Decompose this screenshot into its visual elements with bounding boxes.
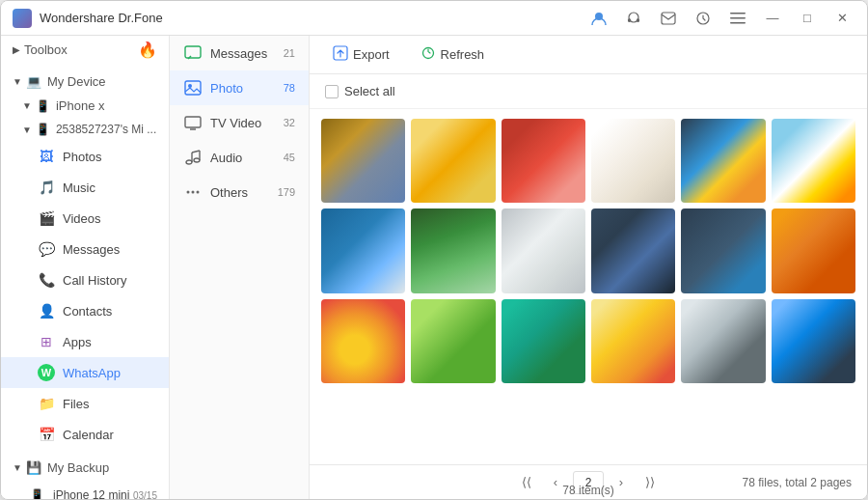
svg-rect-2 bbox=[628, 18, 631, 22]
sidebar-item-videos[interactable]: 🎬 Videos bbox=[1, 203, 169, 234]
photo-item-9[interactable] bbox=[502, 208, 585, 292]
photo-item-1[interactable] bbox=[321, 119, 405, 203]
photo-item-11[interactable] bbox=[681, 208, 765, 292]
sidebar-item-apps[interactable]: ⊞ Apps bbox=[1, 326, 169, 357]
panel-others-label: Others bbox=[210, 185, 274, 200]
sidebar-my-device[interactable]: ▼ 💻 My Device bbox=[1, 69, 169, 94]
sidebar-mi-device[interactable]: ▼ 📱 2538527237's Mi ... bbox=[1, 118, 169, 141]
content-toolbar: Export Refresh bbox=[310, 36, 867, 74]
messages-label: Messages bbox=[63, 242, 157, 257]
mail-icon[interactable] bbox=[655, 5, 682, 32]
mi-arrow: ▼ bbox=[22, 125, 32, 135]
export-label: Export bbox=[353, 47, 390, 62]
panel-photo-count: 78 bbox=[284, 82, 295, 94]
photo-item-10[interactable] bbox=[591, 208, 675, 292]
panel-audio-icon bbox=[183, 148, 203, 167]
iphone12mini-icon: 📱 bbox=[28, 486, 45, 499]
content-footer: ⟨⟨ ‹ 2 › ⟩⟩ 78 files, total 2 pages 78 i… bbox=[310, 464, 867, 499]
minimize-button[interactable]: — bbox=[759, 5, 786, 32]
photo-grid bbox=[310, 109, 867, 464]
photo-item-15[interactable] bbox=[502, 299, 585, 383]
menu-icon[interactable] bbox=[724, 5, 751, 32]
export-button[interactable]: Export bbox=[325, 42, 397, 68]
refresh-label: Refresh bbox=[441, 47, 485, 62]
sidebar-item-messages[interactable]: 💬 Messages bbox=[1, 234, 169, 264]
history-icon[interactable] bbox=[690, 5, 717, 32]
iphone12mini-date: 03/15 bbox=[133, 490, 157, 500]
backup-icon: 💾 bbox=[26, 460, 41, 475]
whatsapp-label: WhatsApp bbox=[63, 366, 157, 380]
contacts-icon: 👤 bbox=[38, 302, 55, 319]
svg-point-20 bbox=[192, 191, 195, 194]
sidebar-item-music[interactable]: 🎵 Music bbox=[1, 172, 169, 203]
calendar-label: Calendar bbox=[63, 428, 157, 442]
panel-photo-label: Photo bbox=[210, 81, 280, 96]
svg-point-15 bbox=[194, 158, 200, 162]
total-files-info: 78 files, total 2 pages bbox=[743, 476, 852, 489]
media-panel: Messages 21 Photo 78 TV Video 32 bbox=[170, 36, 310, 499]
photo-item-5[interactable] bbox=[681, 119, 765, 203]
export-icon bbox=[333, 45, 348, 64]
svg-rect-7 bbox=[730, 17, 746, 19]
photo-item-7[interactable] bbox=[321, 208, 405, 292]
svg-rect-10 bbox=[185, 81, 201, 95]
sidebar-item-photos[interactable]: 🖼 Photos bbox=[1, 141, 169, 172]
photo-item-18[interactable] bbox=[772, 299, 855, 383]
videos-icon: 🎬 bbox=[38, 209, 55, 227]
sidebar-iphone-x[interactable]: ▼ 📱 iPhone x bbox=[1, 94, 169, 118]
call-icon: 📞 bbox=[38, 271, 55, 289]
first-page-button[interactable]: ⟨⟨ bbox=[515, 471, 538, 494]
videos-label: Videos bbox=[63, 211, 157, 226]
last-page-button[interactable]: ⟩⟩ bbox=[638, 471, 662, 494]
my-backup-label: My Backup bbox=[47, 460, 109, 475]
my-backup-arrow: ▼ bbox=[13, 462, 22, 473]
panel-item-audio[interactable]: Audio 45 bbox=[170, 140, 309, 175]
photo-item-2[interactable] bbox=[411, 119, 495, 203]
sidebar-item-iphone12mini[interactable]: 📱 iPhone 12 mini 03/15 bbox=[1, 480, 169, 499]
panel-messages-icon bbox=[183, 43, 203, 63]
calendar-icon: 📅 bbox=[38, 426, 55, 443]
select-all-bar: Select all bbox=[310, 74, 867, 109]
refresh-button[interactable]: Refresh bbox=[413, 42, 493, 68]
iphonex-arrow: ▼ bbox=[22, 100, 32, 111]
photo-item-16[interactable] bbox=[591, 299, 675, 383]
panel-item-tv-video[interactable]: TV Video 32 bbox=[170, 105, 309, 140]
photo-item-8[interactable] bbox=[411, 208, 495, 292]
svg-point-14 bbox=[186, 160, 192, 164]
panel-item-messages[interactable]: Messages 21 bbox=[170, 36, 309, 70]
sidebar-item-whatsapp[interactable]: W WhatsApp bbox=[1, 357, 169, 388]
select-all-checkbox-label[interactable]: Select all bbox=[325, 84, 395, 98]
close-button[interactable]: ✕ bbox=[828, 5, 855, 32]
photo-item-13[interactable] bbox=[321, 299, 405, 383]
sidebar-toolbox[interactable]: ▶ Toolbox 🔥 bbox=[1, 36, 169, 64]
mi-icon: 📱 bbox=[36, 123, 50, 136]
panel-item-photo[interactable]: Photo 78 bbox=[170, 70, 309, 105]
maximize-button[interactable]: □ bbox=[794, 5, 821, 32]
sidebar-item-contacts[interactable]: 👤 Contacts bbox=[1, 295, 169, 326]
photo-item-3[interactable] bbox=[502, 119, 585, 203]
flame-icon: 🔥 bbox=[138, 41, 157, 59]
photo-item-12[interactable] bbox=[772, 208, 855, 292]
photo-item-4[interactable] bbox=[591, 119, 675, 203]
content-area: Export Refresh Select all bbox=[310, 36, 867, 499]
sidebar-item-calendar[interactable]: 📅 Calendar bbox=[1, 419, 169, 450]
panel-others-icon bbox=[183, 182, 203, 202]
panel-others-count: 179 bbox=[278, 186, 295, 198]
files-icon: 📁 bbox=[38, 395, 55, 412]
item-count: 78 item(s) bbox=[562, 484, 613, 497]
headset-icon[interactable] bbox=[620, 5, 647, 32]
sidebar-my-backup[interactable]: ▼ 💾 My Backup bbox=[1, 456, 169, 480]
select-all-checkbox[interactable] bbox=[325, 85, 339, 98]
panel-photo-icon bbox=[183, 78, 203, 97]
sidebar-item-call-history[interactable]: 📞 Call History bbox=[1, 264, 169, 295]
sidebar-item-files[interactable]: 📁 Files bbox=[1, 388, 169, 419]
photo-item-14[interactable] bbox=[411, 299, 495, 383]
photo-item-6[interactable] bbox=[772, 119, 855, 203]
contacts-label: Contacts bbox=[63, 304, 157, 319]
user-icon[interactable] bbox=[585, 5, 612, 32]
window-controls: — □ ✕ bbox=[585, 5, 855, 32]
svg-point-21 bbox=[197, 191, 200, 194]
photo-item-17[interactable] bbox=[681, 299, 765, 383]
svg-rect-6 bbox=[730, 13, 746, 14]
panel-item-others[interactable]: Others 179 bbox=[170, 175, 309, 209]
